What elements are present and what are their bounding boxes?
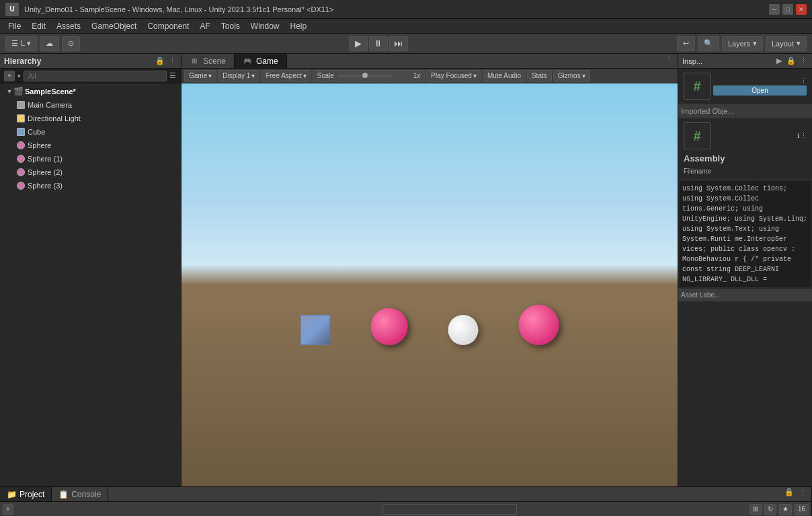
scene-icon: 🎬 (13, 87, 23, 96)
cube-texture (301, 316, 330, 344)
layout-button[interactable]: Layout ▾ (766, 36, 807, 51)
aspect-button[interactable]: Free Aspect ▾ (261, 70, 311, 82)
window-controls: ─ □ ✕ (769, 4, 807, 15)
scale-button[interactable]: Scale 1x (313, 70, 425, 82)
menu-component[interactable]: Component (142, 20, 194, 32)
minimize-button[interactable]: ─ (769, 4, 780, 15)
code-content: using System.Collec tions; using System.… (680, 181, 811, 287)
inspector-assembly-controls: ℹ ⋮ (713, 133, 807, 139)
stats-button[interactable]: Stats (527, 70, 552, 82)
maximize-button[interactable]: □ (782, 4, 793, 15)
project-count-button[interactable]: 16 (795, 504, 809, 515)
hierarchy-item-directionallight[interactable]: Directional Light (0, 112, 181, 125)
layers-button[interactable]: Layers ▾ (722, 36, 763, 51)
inspector-info-icon[interactable]: ℹ (797, 133, 799, 139)
center-area: ⊞ Scene 🎮 Game ⋮ Game ▾ Display 1 ▾ Free… (181, 54, 678, 486)
tab-spacer (287, 54, 664, 68)
main-area: Hierarchy 🔒 ⋮ + ▾ ☰ ▼ 🎬 SampleScene (0, 54, 812, 486)
menu-gameobject[interactable]: GameObject (86, 20, 142, 32)
project-search-input[interactable] (382, 504, 517, 515)
hierarchy-header: Hierarchy 🔒 ⋮ (0, 54, 181, 69)
game-tab[interactable]: 🎮 Game (235, 54, 287, 68)
hierarchy-item-samplescene[interactable]: ▼ 🎬 SampleScene (0, 85, 181, 98)
undo-button[interactable]: ↩ (677, 36, 695, 51)
menu-file[interactable]: File (3, 20, 26, 32)
project-menu-icon[interactable]: ⋮ (798, 487, 807, 496)
scene-tab[interactable]: ⊞ Scene (181, 54, 235, 68)
step-button[interactable]: ⏭ (389, 36, 408, 51)
inspector-icon-menu[interactable]: ⋮ (801, 77, 807, 84)
project-lock-icon[interactable]: 🔒 (784, 487, 794, 496)
bottom-tabs: 📁 Project 📋 Console 🔒 ⋮ (0, 487, 811, 502)
scene-objects (300, 305, 559, 345)
title-bar: U Unity_Demo01 - SampleScene - Windows, … (0, 0, 812, 19)
sphere2-icon (16, 168, 26, 177)
hierarchy-item-maincamera[interactable]: Main Camera (0, 98, 181, 112)
menu-assets[interactable]: Assets (51, 20, 86, 32)
bottom-tab-spacer (108, 487, 784, 501)
project-star-button[interactable]: ★ (779, 504, 792, 515)
open-button[interactable]: Open (713, 85, 807, 96)
hierarchy-menu-icon[interactable]: ⋮ (167, 57, 177, 66)
hierarchy-title: Hierarchy (4, 57, 153, 66)
inspector-menu-icon[interactable]: ⋮ (799, 57, 808, 66)
hierarchy-item-sphere1[interactable]: Sphere (1) (0, 152, 181, 165)
view-menu-icon[interactable]: ⋮ (664, 54, 674, 63)
hierarchy-lock-icon[interactable]: 🔒 (155, 57, 165, 66)
unity-logo: U (5, 3, 19, 16)
sphere2-label: Sphere (2) (28, 168, 63, 176)
inspector-forward-icon[interactable]: ▶ (774, 57, 784, 66)
project-view-toggle[interactable]: ⊞ (749, 504, 762, 515)
console-tab[interactable]: 📋 Console (52, 487, 108, 501)
hierarchy-list-icon[interactable]: ☰ (169, 71, 177, 81)
layout-label: Layout (772, 40, 794, 48)
cloud-button[interactable]: ☁ (40, 36, 59, 51)
inspector-first-section: # ⋮ Open (678, 69, 812, 104)
game-display-button[interactable]: Game ▾ (184, 70, 216, 82)
project-tab[interactable]: 📁 Project (0, 487, 52, 501)
hand-tool-button[interactable]: ☰ L ▾ (5, 36, 37, 51)
asset-label-section: Asset Labe... (678, 289, 812, 301)
layers-dropdown-icon: ▾ (753, 39, 757, 48)
cube-icon (16, 127, 26, 137)
pause-button[interactable]: ⏸ (369, 36, 388, 51)
project-search-area (380, 502, 747, 517)
game-dropdown-icon: ▾ (208, 72, 212, 79)
inspector-action-area: ⋮ Open (713, 77, 807, 96)
inspector-lock-icon[interactable]: 🔒 (786, 57, 796, 66)
hierarchy-item-sphere[interactable]: Sphere (0, 139, 181, 152)
imported-objects-header: Imported Obje... (678, 104, 812, 118)
transform-label: L ▾ (21, 39, 31, 48)
sphere-icon (16, 141, 26, 150)
assembly-header: Assembly (681, 151, 809, 166)
hierarchy-item-sphere2[interactable]: Sphere (2) (0, 165, 181, 179)
menu-tools[interactable]: Tools (216, 20, 245, 32)
menu-window[interactable]: Window (245, 20, 285, 32)
gizmos-button[interactable]: Gizmos ▾ (553, 70, 590, 82)
settings-button[interactable]: ⊙ (62, 36, 80, 51)
scene-tab-icon: ⊞ (190, 57, 199, 66)
menu-help[interactable]: Help (285, 20, 313, 32)
project-add-button[interactable]: + (3, 504, 13, 515)
play-focused-button[interactable]: Play Focused ▾ (426, 70, 481, 82)
menu-af[interactable]: AF (194, 20, 215, 32)
mute-audio-button[interactable]: Mute Audio (483, 70, 526, 82)
project-toolbar: + ⊞ ↻ ★ 16 (0, 502, 811, 516)
hierarchy-add-button[interactable]: + (4, 71, 15, 81)
aspect-label: Free Aspect (266, 72, 301, 79)
hierarchy-item-cube[interactable]: Cube (0, 125, 181, 139)
play-button[interactable]: ▶ (349, 36, 368, 51)
hierarchy-search-input[interactable] (24, 71, 167, 81)
hand-icon: ☰ (11, 39, 18, 48)
close-button[interactable]: ✕ (796, 4, 807, 15)
hierarchy-item-sphere3[interactable]: Sphere (3) (0, 179, 181, 192)
search-button[interactable]: 🔍 (698, 36, 719, 51)
inspector-assembly-menu-icon[interactable]: ⋮ (801, 133, 807, 139)
menu-edit[interactable]: Edit (26, 20, 51, 32)
project-sync-button[interactable]: ↻ (764, 504, 776, 515)
display-button[interactable]: Display 1 ▾ (218, 70, 259, 82)
scale-slider[interactable] (338, 75, 392, 77)
imported-objects-label: Imported Obje... (681, 107, 734, 115)
inspector-file-icon: # (684, 73, 710, 100)
sphere-pink2-object (519, 305, 559, 345)
